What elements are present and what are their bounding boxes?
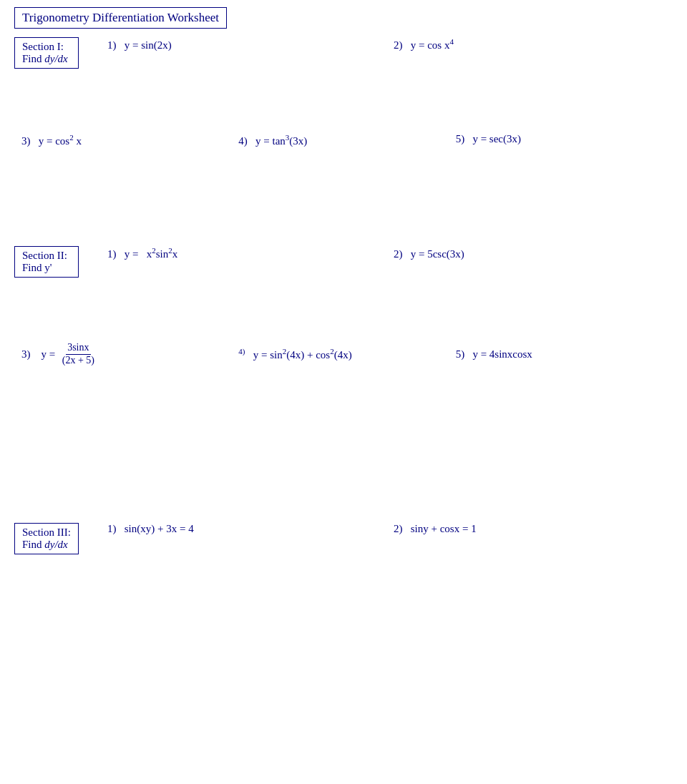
section3-box: Section III: Find dy/dx	[14, 523, 79, 554]
section2-problem3: 3) y = 3sinx (2x + 5)	[21, 342, 238, 367]
section3-instruction: Find dy/dx	[22, 539, 71, 551]
section3-problem1: 1) sin(xy) + 3x = 4	[100, 523, 386, 535]
worksheet-title: Trigonometry Differentiation Worksheet	[22, 11, 219, 24]
section2-problem4: 4) y = sin2(4x) + cos2(4x)	[238, 347, 455, 361]
section1-problem5: 5) y = sec(3x)	[456, 133, 673, 147]
section1-instruction: Find dy/dx	[22, 53, 71, 65]
section2-problem1: 1) y = x2sin2x	[100, 246, 386, 260]
section1-problem4: 4) y = tan3(3x)	[238, 133, 455, 147]
section1-box: Section I: Find dy/dx	[14, 37, 79, 69]
section2-instruction: Find y'	[22, 262, 71, 274]
section2-box: Section II: Find y'	[14, 246, 79, 278]
worksheet-title-box: Trigonometry Differentiation Worksheet	[14, 7, 227, 29]
section3-label: Section III:	[22, 526, 71, 539]
section3-problem2: 2) siny + cosx = 1	[386, 523, 673, 535]
section2-label: Section II:	[22, 250, 71, 262]
section1-problem1: 1) y = sin(2x)	[100, 39, 386, 52]
section1-problem2: 2) y = cos x4	[386, 37, 673, 52]
section1-problem3: 3) y = cos2 x	[21, 133, 238, 147]
section2-problem5: 5) y = 4sinxcosx	[456, 348, 673, 361]
section1-label: Section I:	[22, 41, 71, 53]
section2-problem2: 2) y = 5csc(3x)	[386, 248, 673, 260]
